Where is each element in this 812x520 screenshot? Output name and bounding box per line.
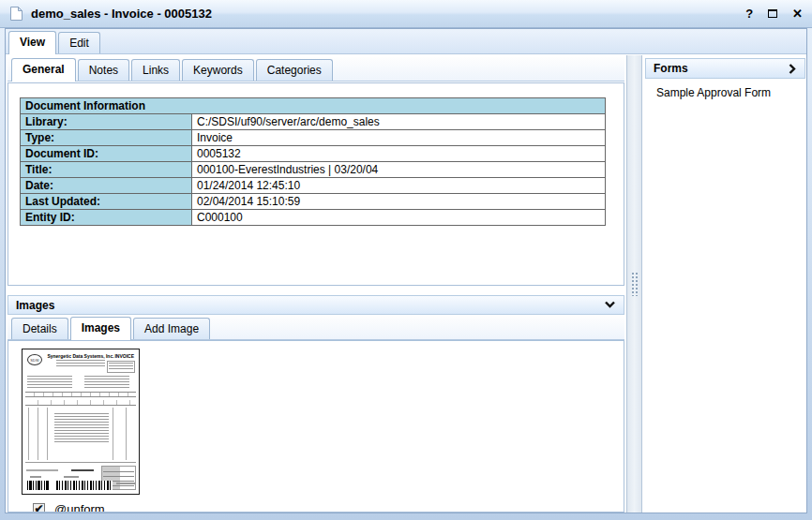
- row-value: C000100: [192, 210, 606, 226]
- tab-general[interactable]: General: [11, 58, 76, 82]
- close-button[interactable]: ✕: [792, 7, 803, 20]
- table-title: Document Information: [21, 98, 606, 114]
- thumbnail-body-text: [54, 413, 109, 443]
- unform-row: ✔ @unform: [33, 502, 105, 513]
- row-label: Library:: [21, 114, 192, 130]
- row-label: Type:: [21, 130, 192, 146]
- forms-panel-header[interactable]: Forms: [645, 58, 805, 79]
- titlebar: demo_sales - Invoice - 0005132 ? ✕: [0, 0, 812, 28]
- row-label: Entity ID:: [21, 210, 192, 226]
- tab-keywords[interactable]: Keywords: [182, 59, 254, 81]
- panel-splitter[interactable]: [626, 55, 642, 513]
- table-row: Last Updated: 02/04/2014 15:10:59: [21, 194, 606, 210]
- forms-panel-title: Forms: [654, 62, 688, 75]
- window-controls: ? ✕: [745, 7, 803, 20]
- menu-tab-bar: View Edit: [6, 29, 806, 54]
- window-body: View Edit General Notes Links Keywords C…: [5, 28, 807, 513]
- thumbnail-column-line: [47, 408, 48, 460]
- thumbnail-invoice-box: [107, 361, 135, 373]
- thumbnail-address-lines: [56, 360, 105, 368]
- images-section-header[interactable]: Images: [8, 295, 624, 315]
- images-section-title: Images: [16, 299, 54, 312]
- unform-checkbox[interactable]: ✔: [33, 503, 45, 513]
- chevron-right-icon[interactable]: [789, 63, 797, 75]
- table-row: Date: 01/24/2014 12:45:10: [21, 178, 606, 194]
- row-label: Title:: [21, 162, 192, 178]
- thumbnail-barcode-label: [30, 476, 41, 478]
- row-value: 01/24/2014 12:45:10: [192, 178, 606, 194]
- thumbnail-column-line: [113, 408, 113, 460]
- forms-list: Sample Approval Form: [645, 80, 805, 513]
- row-value: 02/04/2014 15:10:59: [192, 194, 606, 210]
- tab-add-image[interactable]: Add Image: [133, 318, 210, 339]
- thumbnail-grid-band: [25, 400, 136, 406]
- form-item-sample-approval[interactable]: Sample Approval Form: [645, 80, 805, 103]
- maximize-icon: [768, 9, 777, 18]
- thumbnail-barcode-number: [116, 483, 135, 484]
- splitter-grip-icon: [631, 272, 639, 296]
- images-tab-panel: SDSI Synergetic Data Systems, Inc. INVOI…: [8, 340, 624, 513]
- table-header-row: Document Information: [21, 98, 606, 114]
- thumbnail-doc-type: INVOICE: [114, 353, 134, 359]
- thumbnail-grid-band: [25, 392, 136, 397]
- thumbnail-footnote: [26, 469, 58, 471]
- thumbnail-column-line: [38, 408, 38, 460]
- thumbnail-divider: [25, 462, 136, 463]
- row-value: C:/SDSI/uf90/server/arc/demo_sales: [192, 114, 606, 130]
- table-row: Library: C:/SDSI/uf90/server/arc/demo_sa…: [21, 114, 606, 130]
- window-title: demo_sales - Invoice - 0005132: [31, 7, 212, 21]
- table-row: Entity ID: C000100: [21, 210, 606, 226]
- row-label: Document ID:: [21, 146, 192, 162]
- unform-label: @unform: [54, 502, 105, 513]
- barcode-icon: [27, 481, 49, 490]
- row-value: 000100-EverestIndustries | 03/20/04: [192, 162, 606, 178]
- barcode-icon: [56, 481, 113, 490]
- thumbnail-billto-block: [27, 376, 72, 388]
- main-panel: General Notes Links Keywords Categories …: [8, 57, 624, 513]
- images-tab-bar: Details Images Add Image: [8, 316, 624, 340]
- row-label: Date:: [21, 178, 192, 194]
- thumbnail-barcode-label: [64, 476, 79, 478]
- thumbnail-copy-label: [71, 469, 94, 471]
- invoice-thumbnail[interactable]: SDSI Synergetic Data Systems, Inc. INVOI…: [22, 349, 140, 495]
- thumbnail-column-line: [28, 408, 29, 460]
- general-tab-panel: Document Information Library: C:/SDSI/uf…: [8, 82, 624, 286]
- help-button[interactable]: ?: [745, 7, 753, 20]
- chevron-down-icon[interactable]: [604, 301, 616, 309]
- document-tab-bar: General Notes Links Keywords Categories: [8, 57, 624, 82]
- table-row: Type: Invoice: [21, 130, 606, 146]
- menu-tab-edit[interactable]: Edit: [58, 32, 100, 53]
- tab-notes[interactable]: Notes: [78, 59, 129, 81]
- thumbnail-shipto-block: [84, 376, 129, 388]
- tab-categories[interactable]: Categories: [256, 59, 333, 81]
- maximize-button[interactable]: [768, 7, 777, 20]
- row-value: Invoice: [192, 130, 606, 146]
- document-icon: [9, 6, 23, 22]
- application-window: demo_sales - Invoice - 0005132 ? ✕ View …: [0, 0, 812, 520]
- thumbnail-column-line: [126, 408, 127, 460]
- tab-links[interactable]: Links: [131, 59, 180, 81]
- forms-panel: Forms Sample Approval Form: [644, 55, 806, 513]
- table-row: Document ID: 0005132: [21, 146, 606, 162]
- table-row: Title: 000100-EverestIndustries | 03/20/…: [21, 162, 606, 178]
- menu-tab-view[interactable]: View: [8, 31, 56, 54]
- content-area: General Notes Links Keywords Categories …: [6, 55, 806, 513]
- row-label: Last Updated:: [21, 194, 192, 210]
- tab-images[interactable]: Images: [70, 317, 131, 340]
- tab-details[interactable]: Details: [11, 318, 68, 339]
- row-value: 0005132: [192, 146, 606, 162]
- document-info-table: Document Information Library: C:/SDSI/uf…: [20, 97, 606, 226]
